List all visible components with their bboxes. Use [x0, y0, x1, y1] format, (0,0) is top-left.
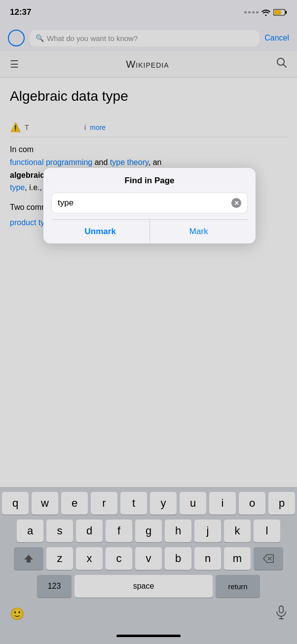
home-indicator	[0, 627, 297, 644]
svg-rect-9	[279, 606, 283, 613]
battery-icon: ⚡	[273, 9, 287, 16]
key-j[interactable]: j	[194, 520, 221, 542]
keyboard-row-2: a s d f g h j k l	[0, 520, 297, 542]
wiki-title: Wikipedia	[126, 59, 169, 70]
wiki-search-icon[interactable]	[276, 57, 287, 71]
link-computer-science[interactable]	[34, 145, 152, 154]
warning-icon: ⚠️	[10, 122, 21, 133]
key-n[interactable]: n	[194, 547, 221, 570]
svg-line-5	[283, 65, 286, 68]
mic-icon[interactable]	[275, 605, 287, 622]
key-f[interactable]: f	[106, 520, 132, 542]
link-functional-programming[interactable]: functional programming	[10, 158, 92, 166]
key-r[interactable]: r	[91, 492, 117, 515]
microphone-icon	[275, 605, 287, 619]
find-input-row[interactable]: ✕	[51, 193, 248, 213]
signal-icon	[244, 11, 259, 13]
key-p[interactable]: p	[268, 492, 295, 515]
emoji-icon[interactable]: 🙂	[10, 607, 25, 621]
svg-text:⚡: ⚡	[275, 10, 280, 15]
keyboard-row-3: z x c v b n m	[0, 547, 297, 570]
translate-text: T i	[25, 123, 86, 131]
key-w[interactable]: w	[32, 492, 58, 515]
key-h[interactable]: h	[165, 520, 191, 542]
backspace-icon	[263, 554, 274, 563]
cancel-button[interactable]: Cancel	[264, 34, 289, 42]
svg-rect-1	[286, 11, 287, 14]
key-c[interactable]: c	[106, 547, 132, 570]
keyboard-row-4: 123 space return	[0, 575, 297, 598]
key-b[interactable]: b	[165, 547, 191, 570]
key-z[interactable]: z	[46, 547, 73, 570]
shift-icon	[23, 553, 34, 564]
find-modal-title: Find in Page	[51, 176, 248, 186]
key-q[interactable]: q	[2, 492, 29, 515]
key-a[interactable]: a	[17, 520, 43, 542]
backspace-key[interactable]	[254, 547, 283, 570]
status-icons: ⚡	[244, 9, 287, 16]
status-time: 12:37	[10, 7, 31, 17]
search-icon: 🔍	[36, 34, 44, 42]
keyboard-bottom-row: 🙂	[0, 603, 297, 627]
key-l[interactable]: l	[254, 520, 280, 542]
return-key[interactable]: return	[216, 575, 260, 598]
wiki-header: ☰ Wikipedia	[0, 51, 297, 78]
article-content: Algebraic data type	[0, 78, 297, 105]
key-m[interactable]: m	[224, 547, 251, 570]
more-link[interactable]: more	[90, 123, 106, 131]
space-key[interactable]: space	[74, 575, 213, 598]
key-s[interactable]: s	[46, 520, 73, 542]
link-type-theory[interactable]: type theory	[110, 158, 148, 166]
status-bar: 12:37 ⚡	[0, 0, 297, 25]
numbers-key[interactable]: 123	[37, 575, 72, 598]
key-o[interactable]: o	[239, 492, 265, 515]
home-bar	[116, 635, 181, 637]
key-k[interactable]: k	[224, 520, 251, 542]
key-e[interactable]: e	[61, 492, 88, 515]
key-g[interactable]: g	[135, 520, 162, 542]
search-circle-icon	[8, 30, 25, 46]
key-x[interactable]: x	[76, 547, 103, 570]
find-modal: Find in Page ✕ Unmark Mark	[43, 168, 256, 243]
key-d[interactable]: d	[76, 520, 103, 542]
clear-icon: ✕	[234, 200, 239, 207]
key-y[interactable]: y	[150, 492, 177, 515]
wifi-icon	[261, 9, 270, 16]
search-input-box[interactable]: 🔍 What do you want to know?	[30, 30, 260, 46]
key-v[interactable]: v	[135, 547, 162, 570]
key-t[interactable]: t	[120, 492, 147, 515]
keyboard: q w e r t y u i o p a s d f g h j k l z …	[0, 487, 297, 644]
search-placeholder: What do you want to know?	[47, 34, 138, 42]
find-clear-button[interactable]: ✕	[231, 198, 241, 208]
svg-marker-6	[24, 555, 33, 563]
search-bar-container: 🔍 What do you want to know? Cancel	[0, 25, 297, 51]
key-u[interactable]: u	[180, 492, 206, 515]
key-i[interactable]: i	[209, 492, 236, 515]
find-search-input[interactable]	[58, 198, 231, 208]
mark-button[interactable]: Mark	[150, 220, 248, 243]
menu-icon[interactable]: ☰	[10, 58, 19, 70]
article-title: Algebraic data type	[10, 87, 287, 105]
find-modal-actions: Unmark Mark	[51, 219, 248, 243]
shift-key[interactable]	[14, 547, 43, 570]
keyboard-row-1: q w e r t y u i o p	[0, 492, 297, 515]
translate-warning-row: ⚠️ T i more	[10, 118, 287, 137]
unmark-button[interactable]: Unmark	[51, 220, 150, 243]
